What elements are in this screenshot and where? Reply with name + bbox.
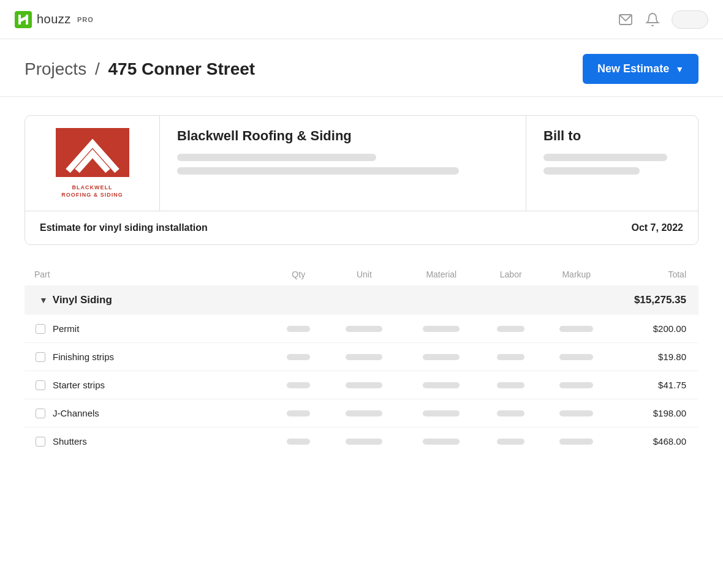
line-qty-3 (271, 399, 325, 428)
estimate-desc-row: Estimate for vinyl siding installation O… (25, 211, 698, 244)
col-header-material: Material (403, 263, 480, 285)
category-chevron-icon[interactable]: ▼ (39, 295, 48, 305)
line-item-name-2: Starter strips (53, 380, 105, 390)
estimate-description: Estimate for vinyl siding installation (40, 222, 208, 233)
chevron-down-icon: ▼ (675, 64, 684, 74)
bell-icon[interactable] (645, 12, 661, 28)
blackwell-label-text: BLACKWELLROOFING & SIDING (61, 184, 123, 198)
category-row-vinyl-siding: ▼ Vinyl Siding $15,275.35 (25, 285, 698, 315)
col-header-total: Total (611, 263, 698, 285)
line-material-0 (403, 315, 480, 343)
category-name: Vinyl Siding (53, 294, 112, 306)
company-header: BLACKWELLROOFING & SIDING Blackwell Roof… (25, 116, 698, 211)
line-qty-0 (271, 315, 325, 343)
new-estimate-label: New Estimate (597, 62, 669, 75)
houzz-icon (15, 11, 32, 28)
bill-to-line-1 (543, 154, 667, 161)
estimate-table: Part Qty Unit Material Labor Markup Tota… (25, 263, 698, 455)
line-material-4 (403, 428, 480, 456)
company-info-section: Blackwell Roofing & Siding (160, 116, 526, 211)
breadcrumb: Projects / 475 Conner Street (25, 59, 255, 79)
bill-to-line-2 (543, 167, 640, 175)
line-markup-1 (542, 343, 611, 371)
col-header-markup: Markup (542, 263, 611, 285)
mail-icon[interactable] (618, 12, 634, 28)
line-total-3: $198.00 (611, 399, 698, 428)
table-row: Finishing strips $19.80 (25, 343, 698, 371)
line-total-4: $468.00 (611, 428, 698, 456)
line-unit-4 (325, 428, 403, 456)
line-material-3 (403, 399, 480, 428)
col-header-labor: Labor (480, 263, 542, 285)
bill-to-section: Bill to (526, 116, 698, 211)
line-labor-2 (480, 371, 542, 399)
breadcrumb-projects: Projects (25, 59, 86, 78)
line-item-name-3: J-Channels (53, 408, 99, 418)
line-checkbox-3[interactable] (36, 409, 45, 418)
company-info-line-2 (177, 167, 459, 175)
line-qty-4 (271, 428, 325, 456)
line-total-0: $200.00 (611, 315, 698, 343)
col-header-qty: Qty (271, 263, 325, 285)
logo-area: houzz PRO (15, 11, 94, 28)
nav-right (618, 10, 708, 29)
line-unit-0 (325, 315, 403, 343)
line-markup-2 (542, 371, 611, 399)
col-header-unit: Unit (325, 263, 403, 285)
line-qty-1 (271, 343, 325, 371)
line-checkbox-2[interactable] (36, 380, 45, 390)
breadcrumb-project-name: 475 Conner Street (108, 59, 256, 78)
company-logo-section: BLACKWELLROOFING & SIDING (25, 116, 160, 211)
table-header: Part Qty Unit Material Labor Markup Tota… (25, 263, 698, 285)
company-name: Blackwell Roofing & Siding (177, 128, 509, 144)
bill-to-title: Bill to (543, 128, 681, 144)
table-row: Starter strips $41.75 (25, 371, 698, 399)
line-labor-1 (480, 343, 542, 371)
line-unit-2 (325, 371, 403, 399)
table-row: Shutters $468.00 (25, 428, 698, 456)
blackwell-logo: BLACKWELLROOFING & SIDING (56, 128, 129, 198)
line-item-name-1: Finishing strips (53, 352, 114, 362)
line-checkbox-0[interactable] (36, 324, 45, 334)
line-total-1: $19.80 (611, 343, 698, 371)
line-unit-3 (325, 399, 403, 428)
logo-text: houzz (37, 12, 71, 26)
estimate-card: BLACKWELLROOFING & SIDING Blackwell Roof… (25, 115, 698, 245)
line-markup-0 (542, 315, 611, 343)
line-markup-3 (542, 399, 611, 428)
line-material-2 (403, 371, 480, 399)
page-header: Projects / 475 Conner Street New Estimat… (0, 39, 723, 97)
line-unit-1 (325, 343, 403, 371)
line-labor-3 (480, 399, 542, 428)
line-item-name-4: Shutters (53, 436, 87, 447)
main-content: BLACKWELLROOFING & SIDING Blackwell Roof… (0, 97, 723, 473)
line-qty-2 (271, 371, 325, 399)
user-avatar[interactable] (672, 10, 708, 29)
line-labor-0 (480, 315, 542, 343)
line-checkbox-1[interactable] (36, 352, 45, 362)
line-item-name-0: Permit (53, 323, 79, 334)
line-labor-4 (480, 428, 542, 456)
breadcrumb-separator: / (95, 59, 100, 78)
col-header-part: Part (25, 263, 271, 285)
company-info-line-1 (177, 154, 376, 161)
logo-pro-badge: PRO (77, 16, 94, 23)
line-material-1 (403, 343, 480, 371)
new-estimate-button[interactable]: New Estimate ▼ (583, 54, 698, 84)
category-total: $15,275.35 (611, 285, 698, 315)
table-row: Permit $200.00 (25, 315, 698, 343)
top-navigation: houzz PRO (0, 0, 723, 39)
line-markup-4 (542, 428, 611, 456)
table-row: J-Channels $198.00 (25, 399, 698, 428)
line-checkbox-4[interactable] (36, 437, 45, 447)
line-total-2: $41.75 (611, 371, 698, 399)
estimate-date: Oct 7, 2022 (632, 222, 684, 233)
